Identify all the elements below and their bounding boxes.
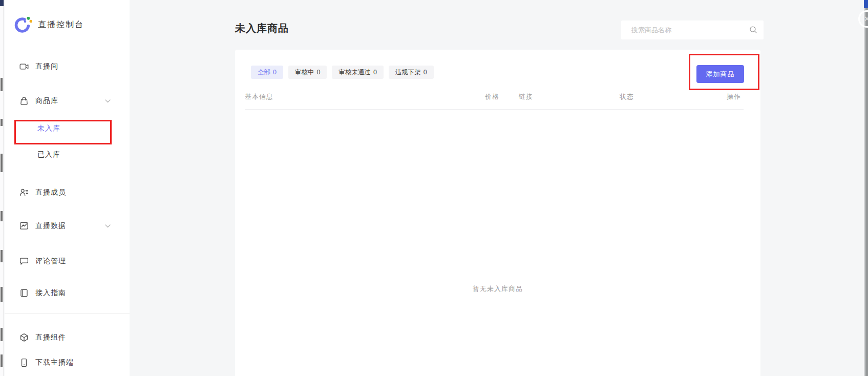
filter-tabs: 全部 0 审核中 0 审核未通过 0 违规下架 0 xyxy=(251,66,434,79)
sidebar-item-live-members[interactable]: 直播成员 xyxy=(5,185,130,200)
close-icon: ✕ xyxy=(864,14,868,24)
chevron-down-icon xyxy=(105,99,111,103)
column-status: 状态 xyxy=(620,92,634,101)
tab-violation-removed[interactable]: 违规下架 0 xyxy=(389,66,434,79)
empty-state-text: 暂无未入库商品 xyxy=(235,284,760,294)
add-product-button[interactable]: 添加商品 xyxy=(696,65,744,83)
cube-icon xyxy=(19,333,29,342)
left-edge-artifact xyxy=(1,154,3,172)
tab-all[interactable]: 全部 0 xyxy=(251,66,283,79)
main-content: 未入库商品 全部 0 审核中 0 审核未通过 0 违规下架 0 xyxy=(130,0,864,376)
left-edge-artifact xyxy=(1,287,3,302)
shopping-bag-icon xyxy=(19,96,29,106)
sidebar: 直播控制台 直播间 商品库 未入库 已入库 直播成员 xyxy=(5,0,130,376)
app-logo-icon xyxy=(14,15,33,34)
column-actions: 操作 xyxy=(727,92,741,101)
products-card: 全部 0 审核中 0 审核未通过 0 违规下架 0 添加商品 基本信息 价格 链… xyxy=(235,50,760,376)
table-header-divider xyxy=(245,109,744,110)
column-link: 链接 xyxy=(519,92,533,101)
sidebar-item-live-data[interactable]: 直播数据 xyxy=(5,219,130,233)
left-edge-artifact xyxy=(1,211,3,221)
sidebar-item-in-library[interactable]: 已入库 xyxy=(5,148,130,162)
sidebar-item-product-library[interactable]: 商品库 xyxy=(5,94,130,108)
sidebar-item-live-room[interactable]: 直播间 xyxy=(5,59,130,74)
tab-under-review-count: 0 xyxy=(316,69,320,76)
video-camera-icon xyxy=(19,62,29,71)
app-title: 直播控制台 xyxy=(38,19,84,30)
left-edge-artifact xyxy=(1,78,3,91)
left-edge-artifact xyxy=(1,354,3,367)
chart-icon xyxy=(19,221,29,231)
book-icon xyxy=(19,288,29,298)
tab-review-failed-count: 0 xyxy=(373,69,377,76)
mobile-phone-icon xyxy=(19,358,29,367)
background-window-left-edge xyxy=(0,0,4,376)
tab-under-review[interactable]: 审核中 0 xyxy=(288,66,327,79)
tab-violation-removed-count: 0 xyxy=(424,69,427,76)
left-edge-artifact xyxy=(1,328,3,341)
speech-bubble-icon xyxy=(19,257,29,266)
app-logo-row: 直播控制台 xyxy=(14,14,84,35)
left-edge-artifact xyxy=(1,119,3,126)
tab-all-count: 0 xyxy=(273,69,277,76)
sidebar-item-live-components[interactable]: 直播组件 xyxy=(5,330,130,345)
sidebar-item-not-in-library[interactable]: 未入库 xyxy=(5,121,130,136)
user-list-icon xyxy=(19,188,29,197)
tab-review-failed[interactable]: 审核未通过 0 xyxy=(332,66,383,79)
sidebar-item-access-guide[interactable]: 接入指南 xyxy=(5,286,130,300)
left-edge-artifact xyxy=(1,250,3,262)
sidebar-item-comment-management[interactable]: 评论管理 xyxy=(5,254,130,268)
search-input[interactable] xyxy=(621,20,764,39)
search-box xyxy=(621,20,764,39)
background-window-right-edge xyxy=(864,0,868,376)
left-edge-artifact xyxy=(0,0,4,6)
column-price: 价格 xyxy=(485,92,499,101)
window-corner-artifact xyxy=(864,0,868,8)
chevron-down-icon xyxy=(105,224,111,228)
page-title: 未入库商品 xyxy=(235,22,289,35)
column-basic-info: 基本信息 xyxy=(245,92,273,101)
sidebar-item-download-anchor-client[interactable]: 下载主播端 xyxy=(5,356,130,370)
search-icon[interactable] xyxy=(749,26,757,34)
sidebar-divider xyxy=(5,313,130,314)
